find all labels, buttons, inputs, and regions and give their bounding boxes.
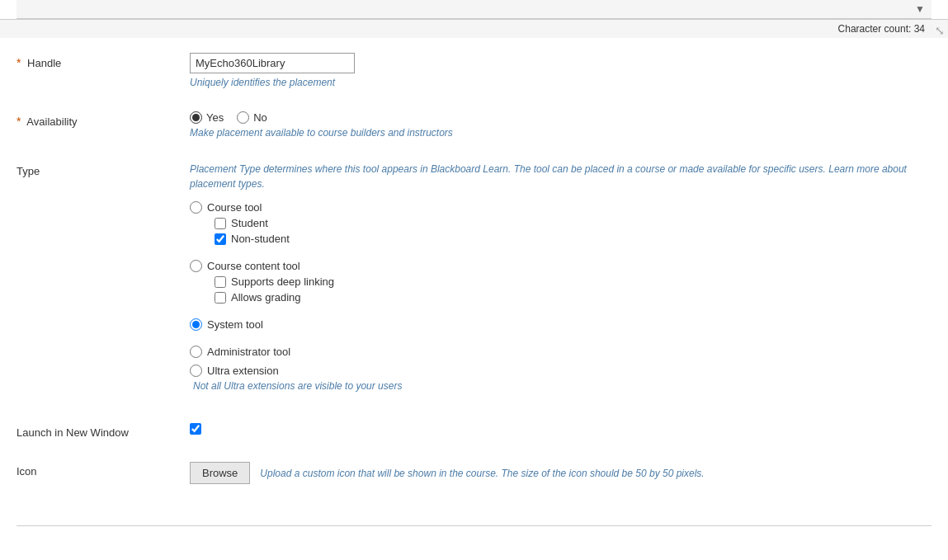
- administrator-tool-radio[interactable]: [190, 346, 202, 358]
- student-checkbox[interactable]: [215, 218, 226, 229]
- availability-yes-label[interactable]: Yes: [206, 111, 224, 124]
- required-star-availability: *: [17, 115, 21, 128]
- page-wrapper: ▼ Character count: 34 ⤡ * Handle Uniquel…: [0, 0, 948, 560]
- dropdown-arrow-icon[interactable]: ▼: [915, 3, 925, 15]
- launch-window-label: Launch in New Window: [17, 423, 190, 439]
- availability-hint: Make placement available to course build…: [190, 127, 931, 139]
- icon-section: Browse Upload a custom icon that will be…: [190, 462, 931, 484]
- non-student-checkbox-row: Non-student: [215, 233, 931, 245]
- handle-row: * Handle Uniquely identifies the placeme…: [17, 46, 931, 88]
- grading-label[interactable]: Allows grading: [231, 291, 301, 304]
- bottom-divider: [17, 525, 931, 526]
- system-tool-label[interactable]: System tool: [207, 318, 263, 331]
- required-star: *: [17, 56, 21, 69]
- char-count-bar: Character count: 34 ⤡: [0, 19, 948, 38]
- course-tool-radio[interactable]: [190, 201, 202, 214]
- student-checkbox-row: Student: [215, 217, 931, 229]
- course-tool-row: Course tool: [190, 201, 931, 214]
- student-label[interactable]: Student: [231, 217, 268, 229]
- launch-window-checkbox[interactable]: [190, 423, 201, 435]
- course-content-tool-label[interactable]: Course content tool: [207, 260, 300, 272]
- administrator-tool-row: Administrator tool: [190, 346, 931, 358]
- handle-label: * Handle: [17, 53, 190, 69]
- deep-linking-checkbox-row: Supports deep linking: [215, 275, 931, 288]
- course-content-tool-sub-options: Supports deep linking Allows grading: [215, 275, 931, 304]
- course-tool-label[interactable]: Course tool: [207, 201, 262, 214]
- course-tool-group: Course tool Student Non-student: [190, 201, 931, 245]
- icon-hint: Upload a custom icon that will be shown …: [260, 468, 704, 479]
- availability-radio-group: Yes No: [190, 111, 931, 124]
- ultra-extension-group: Ultra extension Not all Ultra extensions…: [190, 365, 931, 392]
- course-content-tool-row: Course content tool: [190, 260, 931, 272]
- handle-content: Uniquely identifies the placement: [190, 53, 931, 88]
- resize-handle-icon[interactable]: ⤡: [933, 25, 945, 36]
- ultra-extension-radio[interactable]: [190, 365, 202, 377]
- course-content-tool-radio[interactable]: [190, 260, 202, 272]
- type-options: Course tool Student Non-student: [190, 201, 931, 400]
- type-content: Placement Type determines where this too…: [190, 162, 931, 400]
- non-student-checkbox[interactable]: [215, 233, 226, 245]
- non-student-label[interactable]: Non-student: [231, 233, 290, 245]
- availability-row: * Availability Yes No Make placement ava…: [17, 105, 931, 139]
- availability-no-radio[interactable]: [237, 111, 249, 124]
- course-content-tool-group: Course content tool Supports deep linkin…: [190, 260, 931, 304]
- grading-checkbox-row: Allows grading: [215, 291, 931, 304]
- launch-checkbox-row: [190, 423, 931, 435]
- top-bar: ▼: [17, 0, 931, 19]
- ultra-extension-row: Ultra extension: [190, 365, 931, 377]
- icon-row: Icon Browse Upload a custom icon that wi…: [17, 455, 931, 484]
- type-row: Type Placement Type determines where thi…: [17, 155, 931, 400]
- availability-yes-radio[interactable]: [190, 111, 202, 124]
- ultra-extension-label[interactable]: Ultra extension: [207, 365, 279, 377]
- type-description: Placement Type determines where this too…: [190, 162, 931, 191]
- browse-button[interactable]: Browse: [190, 462, 250, 484]
- form-section: * Handle Uniquely identifies the placeme…: [0, 38, 948, 517]
- availability-label: * Availability: [17, 111, 190, 128]
- deep-linking-checkbox[interactable]: [215, 276, 226, 288]
- availability-no-item[interactable]: No: [237, 111, 267, 124]
- system-tool-radio[interactable]: [190, 318, 202, 331]
- icon-label: Icon: [17, 462, 190, 478]
- handle-input[interactable]: [190, 53, 355, 73]
- administrator-tool-label[interactable]: Administrator tool: [207, 346, 290, 358]
- grading-checkbox[interactable]: [215, 292, 226, 304]
- system-tool-group: System tool: [190, 318, 931, 331]
- deep-linking-label[interactable]: Supports deep linking: [231, 275, 334, 288]
- launch-window-row: Launch in New Window: [17, 416, 931, 439]
- availability-content: Yes No Make placement available to cours…: [190, 111, 931, 139]
- system-tool-row: System tool: [190, 318, 931, 331]
- launch-window-content: [190, 423, 931, 435]
- char-count-label: Character count: 34: [838, 23, 925, 35]
- handle-hint: Uniquely identifies the placement: [190, 77, 931, 88]
- availability-no-label[interactable]: No: [253, 111, 267, 124]
- type-label: Type: [17, 162, 190, 177]
- availability-yes-item[interactable]: Yes: [190, 111, 224, 124]
- course-tool-sub-options: Student Non-student: [215, 217, 931, 245]
- icon-content: Browse Upload a custom icon that will be…: [190, 462, 931, 484]
- ultra-hint: Not all Ultra extensions are visible to …: [193, 380, 931, 392]
